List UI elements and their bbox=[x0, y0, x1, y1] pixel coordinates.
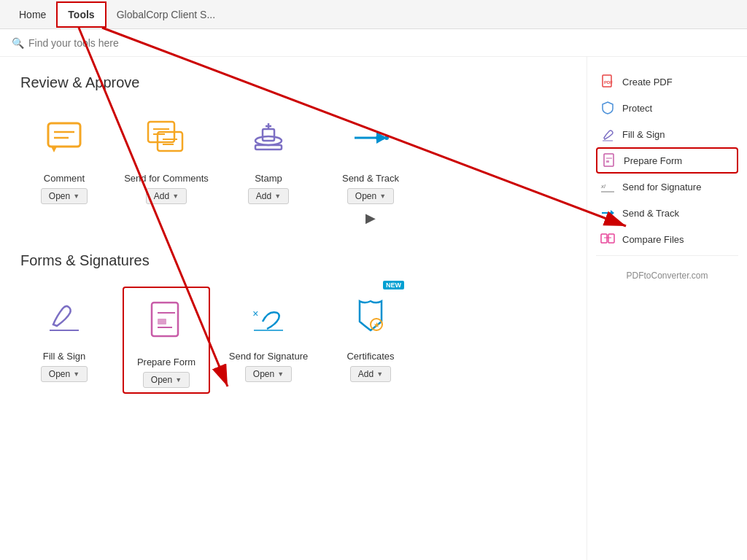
svg-rect-23 bbox=[158, 319, 166, 324]
create-pdf-label: Create PDF bbox=[622, 77, 673, 88]
certificates-label: Certificates bbox=[347, 351, 394, 362]
fill-sign-caret: ▼ bbox=[73, 370, 80, 378]
comment-open-btn[interactable]: Open ▼ bbox=[41, 188, 88, 204]
svg-marker-38 bbox=[611, 210, 614, 216]
sidebar-fill-sign-label: Fill & Sign bbox=[622, 129, 665, 140]
svg-text:×: × bbox=[252, 308, 258, 319]
send-track-icon-wrapper bbox=[341, 109, 400, 167]
svg-marker-3 bbox=[51, 147, 57, 152]
comment-icon-wrapper bbox=[35, 109, 93, 167]
main-layout: Review & Approve Comment Open ▼ bbox=[0, 57, 747, 560]
certificates-btn[interactable]: Add ▼ bbox=[350, 366, 391, 382]
send-sig-icon: × bbox=[247, 294, 290, 338]
create-pdf-icon: PDF bbox=[600, 74, 615, 89]
send-sig-label: Send for Signature bbox=[229, 351, 308, 362]
svg-rect-0 bbox=[48, 123, 80, 147]
tool-send-track: Send & Track Open ▼ ▶ bbox=[327, 109, 414, 226]
fill-sign-icon-wrapper bbox=[35, 287, 93, 345]
send-track-btn[interactable]: Open ▼ bbox=[347, 188, 394, 204]
svg-point-18 bbox=[384, 136, 389, 140]
comment-label: Comment bbox=[44, 173, 85, 184]
brand-text: PDFtoConverter.com bbox=[596, 265, 738, 281]
prepare-form-btn[interactable]: Open ▼ bbox=[143, 372, 190, 388]
sidebar-create-pdf[interactable]: PDF Create PDF bbox=[596, 69, 738, 95]
comment-caret: ▼ bbox=[73, 192, 80, 200]
stamp-icon-wrapper bbox=[239, 109, 298, 167]
send-comments-icon bbox=[144, 116, 188, 160]
tools-tab[interactable]: Tools bbox=[56, 1, 106, 28]
review-approve-grid: Comment Open ▼ bbox=[20, 109, 566, 226]
tool-send-for-comments: Send for Comments Add ▼ bbox=[123, 109, 210, 226]
svg-rect-39 bbox=[601, 234, 607, 243]
tool-prepare-form: Prepare Form Open ▼ bbox=[123, 287, 210, 394]
tool-stamp: Stamp Add ▼ bbox=[225, 109, 312, 226]
sidebar-send-track[interactable]: Send & Track bbox=[596, 200, 738, 226]
cert-icon-wrapper: NEW ★ bbox=[341, 287, 400, 345]
svg-rect-12 bbox=[255, 145, 282, 149]
search-icon: 🔍 bbox=[12, 37, 24, 49]
prepare-form-caret: ▼ bbox=[175, 376, 182, 384]
svg-text:xl: xl bbox=[600, 183, 605, 190]
tool-send-signature: × Send for Signature Open ▼ bbox=[225, 287, 312, 394]
send-comments-caret: ▼ bbox=[172, 192, 179, 200]
svg-rect-40 bbox=[608, 234, 614, 243]
sidebar-send-track-label: Send & Track bbox=[622, 208, 679, 219]
search-bar: 🔍 bbox=[0, 29, 747, 57]
sidebar-compare-files[interactable]: Compare Files bbox=[596, 226, 738, 252]
sidebar-send-track-icon bbox=[600, 206, 615, 220]
prepare-form-icon bbox=[143, 298, 190, 345]
protect-icon bbox=[600, 101, 615, 115]
content-area: Review & Approve Comment Open ▼ bbox=[0, 57, 587, 560]
tool-certificates: NEW ★ Certificates Add ▼ bbox=[327, 287, 414, 394]
send-comments-icon-wrapper bbox=[137, 109, 196, 167]
doc-tab[interactable]: GlobalCorp Client S... bbox=[107, 3, 225, 26]
protect-label: Protect bbox=[622, 103, 652, 114]
review-approve-title: Review & Approve bbox=[20, 74, 566, 91]
search-input[interactable] bbox=[28, 37, 247, 49]
svg-rect-34 bbox=[606, 160, 609, 163]
svg-point-19 bbox=[376, 136, 380, 140]
send-track-label: Send & Track bbox=[342, 173, 399, 184]
certificates-caret: ▼ bbox=[376, 370, 383, 378]
sidebar-compare-files-label: Compare Files bbox=[622, 234, 684, 245]
tool-fill-sign: Fill & Sign Open ▼ bbox=[20, 287, 108, 394]
svg-rect-32 bbox=[604, 154, 614, 166]
send-sig-btn[interactable]: Open ▼ bbox=[245, 366, 292, 382]
top-nav: Home Tools GlobalCorp Client S... bbox=[0, 0, 747, 29]
sidebar-prepare-form[interactable]: Prepare Form bbox=[596, 147, 738, 174]
fill-sign-label: Fill & Sign bbox=[43, 351, 86, 362]
prepare-form-icon-wrapper bbox=[137, 292, 196, 351]
fill-sign-btn[interactable]: Open ▼ bbox=[41, 366, 88, 382]
fill-sign-icon bbox=[42, 294, 86, 338]
send-track-icon bbox=[349, 116, 392, 160]
svg-rect-11 bbox=[263, 129, 274, 141]
send-sig-icon-wrapper: × bbox=[239, 287, 298, 345]
send-comments-btn[interactable]: Add ▼ bbox=[146, 188, 187, 204]
sidebar-send-sig-label: Send for Signature bbox=[622, 182, 701, 192]
certificates-icon: ★ bbox=[349, 294, 392, 338]
svg-text:★: ★ bbox=[374, 321, 380, 329]
compare-files-icon bbox=[600, 232, 615, 246]
sidebar-fill-sign[interactable]: Fill & Sign bbox=[596, 121, 738, 147]
sidebar-protect[interactable]: Protect bbox=[596, 95, 738, 121]
stamp-icon bbox=[247, 116, 290, 160]
more-icon[interactable]: ▶ bbox=[365, 210, 376, 226]
sidebar-prepare-form-label: Prepare Form bbox=[624, 155, 682, 166]
tool-comment: Comment Open ▼ bbox=[20, 109, 108, 226]
stamp-caret: ▼ bbox=[274, 192, 281, 200]
comment-icon bbox=[42, 116, 86, 160]
prepare-form-label: Prepare Form bbox=[137, 357, 196, 368]
sidebar-prepare-form-icon bbox=[602, 153, 616, 168]
send-sig-caret: ▼ bbox=[277, 370, 284, 378]
svg-text:PDF: PDF bbox=[604, 80, 613, 85]
sidebar-divider bbox=[596, 255, 738, 256]
new-badge: NEW bbox=[383, 281, 404, 289]
right-sidebar: PDF Create PDF Protect Fill & Sign bbox=[587, 57, 747, 560]
forms-signatures-grid: Fill & Sign Open ▼ Prepare Form bbox=[20, 287, 566, 394]
home-tab[interactable]: Home bbox=[9, 3, 56, 26]
sidebar-send-signature[interactable]: xl Send for Signature bbox=[596, 174, 738, 200]
stamp-label: Stamp bbox=[255, 173, 282, 184]
send-track-caret: ▼ bbox=[379, 192, 386, 200]
sidebar-fill-sign-icon bbox=[600, 127, 615, 141]
stamp-btn[interactable]: Add ▼ bbox=[248, 188, 289, 204]
